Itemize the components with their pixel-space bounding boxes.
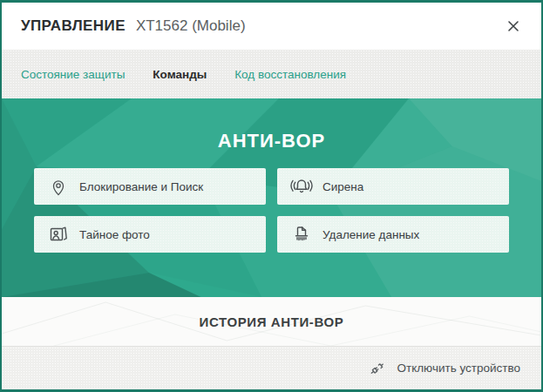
device-name: XT1562 (Mobile) bbox=[136, 17, 246, 35]
command-label: Тайное фото bbox=[79, 228, 150, 241]
anti-theft-history-section[interactable]: ИСТОРИЯ АНТИ-ВОР bbox=[2, 297, 541, 346]
history-title: ИСТОРИЯ АНТИ-ВОР bbox=[200, 314, 344, 329]
dialog-header: УПРАВЛЕНИЕ XT1562 (Mobile) bbox=[2, 3, 541, 50]
command-label: Удаление данных bbox=[322, 228, 419, 241]
command-label: Сирена bbox=[322, 180, 363, 193]
close-button[interactable] bbox=[501, 14, 526, 38]
disconnect-label: Отключить устройство bbox=[397, 362, 520, 375]
disconnect-device-button[interactable]: Отключить устройство bbox=[367, 358, 520, 379]
anti-theft-management-dialog: УПРАВЛЕНИЕ XT1562 (Mobile) Состояние защ… bbox=[0, 0, 543, 392]
dialog-footer: Отключить устройство bbox=[2, 346, 541, 389]
tab-commands[interactable]: Команды bbox=[153, 68, 207, 81]
location-pin-icon bbox=[45, 175, 71, 198]
anti-theft-title: АНТИ-ВОР bbox=[2, 98, 541, 152]
secret-photo-button[interactable]: Тайное фото bbox=[34, 216, 266, 253]
lock-and-locate-button[interactable]: Блокирование и Поиск bbox=[34, 168, 266, 205]
command-label: Блокирование и Поиск bbox=[79, 180, 203, 193]
secret-photo-icon bbox=[45, 224, 71, 245]
tab-bar: Состояние защиты Команды Код восстановле… bbox=[2, 50, 541, 98]
close-icon bbox=[506, 19, 520, 33]
tab-protection-status[interactable]: Состояние защиты bbox=[21, 68, 125, 81]
anti-theft-panel: АНТИ-ВОР Блокирование и Поиск bbox=[2, 98, 541, 297]
siren-button[interactable]: Сирена bbox=[277, 168, 509, 205]
command-buttons-grid: Блокирование и Поиск Сирена bbox=[34, 168, 509, 253]
siren-icon bbox=[288, 177, 315, 196]
data-wipe-button[interactable]: Удаление данных bbox=[277, 216, 509, 253]
tab-recovery-code[interactable]: Код восстановления bbox=[234, 68, 346, 81]
dialog-title: УПРАВЛЕНИЕ bbox=[21, 17, 126, 35]
disconnect-plug-icon bbox=[367, 358, 388, 379]
data-wipe-icon bbox=[288, 224, 315, 245]
